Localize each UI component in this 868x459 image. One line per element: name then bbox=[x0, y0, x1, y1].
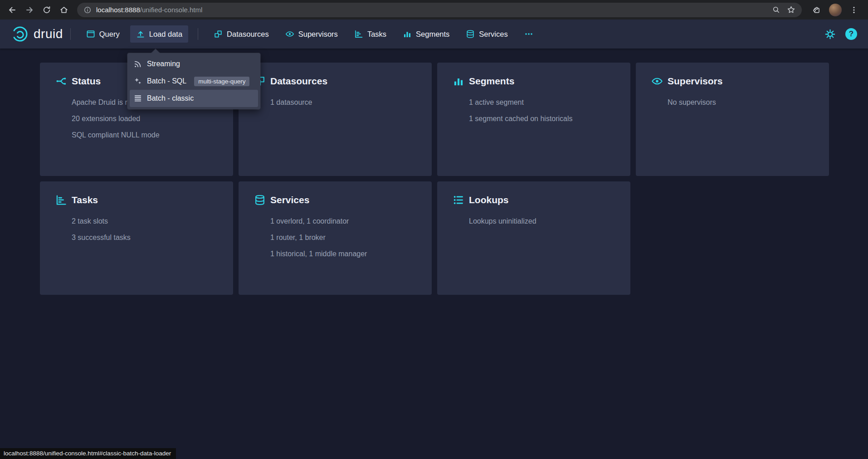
segments-line: 1 segment cached on historicals bbox=[469, 111, 621, 127]
lookups-line: Lookups uninitialized bbox=[469, 213, 621, 230]
msq-badge: multi-stage-query bbox=[194, 77, 249, 86]
profile-avatar[interactable] bbox=[829, 4, 842, 16]
settings-gear-icon[interactable] bbox=[825, 29, 835, 39]
browser-toolbar: localhost:8888/unified-console.html bbox=[0, 0, 868, 20]
nav-item-label: Tasks bbox=[367, 30, 386, 39]
address-bar[interactable]: localhost:8888/unified-console.html bbox=[77, 3, 802, 17]
status-line: SQL compliant NULL mode bbox=[72, 127, 224, 143]
zoom-icon[interactable] bbox=[772, 5, 780, 14]
menu-item-batch-classic[interactable]: Batch - classic bbox=[130, 90, 258, 107]
segments-card[interactable]: Segments 1 active segment 1 segment cach… bbox=[437, 63, 630, 176]
status-line: 20 extensions loaded bbox=[72, 111, 224, 127]
services-line: 1 historical, 1 middle manager bbox=[270, 246, 423, 262]
sparkle-icon bbox=[134, 77, 142, 85]
streaming-feed-icon bbox=[134, 60, 142, 68]
bar-chart-icon bbox=[453, 75, 464, 87]
site-info-icon[interactable] bbox=[83, 6, 92, 14]
nav-item-label: Segments bbox=[416, 30, 449, 39]
help-icon[interactable]: ? bbox=[845, 28, 857, 40]
lookups-card[interactable]: Lookups Lookups uninitialized bbox=[437, 181, 630, 295]
nav-item-load-data[interactable]: Load data bbox=[130, 25, 188, 43]
menu-item-label: Batch - SQL bbox=[147, 77, 186, 85]
menu-item-label: Batch - classic bbox=[147, 94, 194, 103]
datasources-icon bbox=[214, 29, 223, 39]
forward-icon[interactable] bbox=[22, 2, 37, 18]
nav-item-label: Query bbox=[99, 30, 120, 39]
tasks-line: 2 task slots bbox=[72, 213, 224, 230]
card-title: Datasources bbox=[270, 76, 327, 87]
card-title: Tasks bbox=[72, 195, 98, 205]
nav-item-label: Datasources bbox=[227, 30, 269, 39]
card-title: Status bbox=[72, 76, 101, 87]
back-icon[interactable] bbox=[5, 2, 20, 18]
database-icon bbox=[466, 29, 475, 39]
nav-more-button[interactable] bbox=[518, 25, 539, 43]
database-icon bbox=[254, 194, 266, 206]
nav-divider bbox=[198, 28, 198, 40]
nav-item-query[interactable]: Query bbox=[80, 25, 126, 43]
nav-item-datasources[interactable]: Datasources bbox=[208, 25, 275, 43]
services-line: 1 overlord, 1 coordinator bbox=[270, 213, 423, 230]
query-icon bbox=[86, 29, 95, 39]
upload-icon bbox=[136, 29, 145, 39]
tasks-line: 3 successful tasks bbox=[72, 230, 224, 246]
reload-icon[interactable] bbox=[39, 2, 54, 18]
card-title: Segments bbox=[469, 76, 514, 87]
url-host: localhost:8888 bbox=[96, 6, 140, 14]
nav-item-services[interactable]: Services bbox=[460, 25, 513, 43]
card-title: Lookups bbox=[469, 195, 509, 205]
services-line: 1 router, 1 broker bbox=[270, 230, 423, 246]
nav-item-label: Services bbox=[479, 30, 507, 39]
nav-item-label: Load data bbox=[149, 30, 182, 39]
load-data-menu: Streaming Batch - SQL multi-stage-query … bbox=[127, 53, 260, 109]
list-icon bbox=[453, 194, 464, 206]
nav-item-label: Supervisors bbox=[298, 30, 338, 39]
eye-icon bbox=[285, 29, 294, 39]
menu-item-streaming[interactable]: Streaming bbox=[130, 55, 258, 73]
url-path: /unified-console.html bbox=[140, 6, 203, 14]
supervisors-card[interactable]: Supervisors No supervisors bbox=[636, 63, 829, 176]
bar-chart-icon bbox=[403, 29, 412, 39]
browser-menu-kebab-icon[interactable] bbox=[846, 2, 862, 18]
more-ellipsis-icon bbox=[524, 29, 533, 39]
extensions-icon[interactable] bbox=[809, 2, 824, 18]
card-title: Supervisors bbox=[668, 76, 722, 87]
tasks-card[interactable]: Tasks 2 task slots 3 successful tasks bbox=[40, 181, 233, 295]
nav-item-supervisors[interactable]: Supervisors bbox=[279, 25, 344, 43]
menu-item-label: Streaming bbox=[147, 60, 180, 68]
fork-icon bbox=[55, 75, 67, 87]
supervisors-line: No supervisors bbox=[668, 94, 820, 111]
gantt-icon bbox=[55, 194, 67, 206]
card-title: Services bbox=[270, 195, 309, 205]
gantt-icon bbox=[354, 29, 363, 39]
datasources-line: 1 datasource bbox=[270, 94, 423, 111]
link-status-bubble: localhost:8888/unified-console.html#clas… bbox=[0, 448, 176, 459]
home-icon[interactable] bbox=[56, 2, 72, 18]
bookmark-star-icon[interactable] bbox=[787, 5, 795, 14]
druid-logo[interactable]: druid bbox=[11, 25, 63, 43]
druid-logo-icon bbox=[11, 25, 29, 43]
services-card[interactable]: Services 1 overlord, 1 coordinator 1 rou… bbox=[239, 181, 432, 295]
menu-item-batch-sql[interactable]: Batch - SQL multi-stage-query bbox=[130, 73, 258, 90]
datasources-card[interactable]: Datasources 1 datasource bbox=[239, 63, 432, 176]
druid-navbar: druid Query Load data Datasources Superv… bbox=[0, 20, 868, 49]
stacked-rows-icon bbox=[134, 94, 142, 103]
nav-item-segments[interactable]: Segments bbox=[397, 25, 455, 43]
eye-icon bbox=[651, 75, 663, 87]
brand-wordmark: druid bbox=[34, 27, 63, 41]
nav-item-tasks[interactable]: Tasks bbox=[348, 25, 392, 43]
segments-line: 1 active segment bbox=[469, 94, 621, 111]
nav-divider bbox=[70, 28, 71, 40]
